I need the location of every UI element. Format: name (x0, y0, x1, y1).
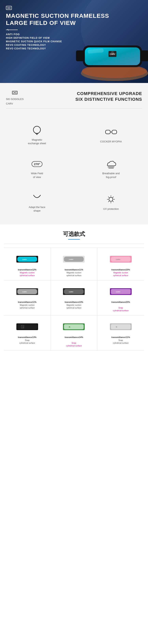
svg-text:N: N (116, 326, 117, 328)
product-type-0: Magnetic suction spherical surface (20, 272, 35, 277)
product-image-4: CARV (53, 284, 95, 299)
product-image-6: N (6, 319, 49, 334)
feature-label-face: Adapt the face shape (29, 206, 45, 212)
svg-point-11 (111, 51, 114, 54)
svg-text:CARV: CARV (69, 291, 73, 293)
svg-text:CARV: CARV (69, 258, 73, 260)
svg-text:CARV: CARV (116, 291, 120, 293)
product-image-7: N (53, 319, 95, 334)
product-transmittance-2: transmittance23% (112, 268, 130, 271)
svg-rect-46 (64, 289, 84, 294)
product-transmittance-5: transmittance23% (112, 301, 130, 303)
products-grid: CARV transmittance12% Magnetic suction s… (4, 248, 144, 351)
hero-section: MAGNETIC SUCTION FRAMELESS LARGE FIELD O… (0, 0, 148, 83)
product-type-5: Snap cylindrical surface (113, 304, 129, 312)
svg-point-24 (109, 197, 113, 201)
svg-rect-7 (76, 50, 85, 61)
product-type-2: Magnetic suction spherical surface (113, 272, 128, 277)
svg-line-29 (108, 197, 109, 198)
product-transmittance-6: transmittance13% (18, 336, 36, 338)
product-type-3: Magnetic suction spherical surface (20, 304, 35, 309)
product-transmittance-4: transmittance13% (65, 301, 83, 303)
svg-point-16 (33, 126, 40, 133)
svg-rect-18 (112, 130, 117, 134)
product-image-8: N (99, 319, 142, 334)
svg-rect-17 (105, 130, 110, 134)
styles-divider (4, 244, 144, 244)
product-image-5: CARV (99, 284, 142, 299)
features-section: Magnetic exchange sheet COCKER MYOPIA 27… (0, 116, 148, 224)
feature-label-fog: Breathable and fog-proof (102, 172, 120, 179)
upgrade-brand: CARV (6, 102, 24, 105)
fog-icon (105, 159, 117, 169)
hero-divider (6, 30, 18, 30)
product-item-5[interactable]: CARV transmittance23% Snap cylindrical s… (97, 280, 144, 316)
svg-rect-40 (111, 256, 131, 262)
upgrade-section: SKI GOGGLES CARV COMPREHENSIVE UPGRADE S… (0, 83, 148, 116)
product-item-7[interactable]: N transmittance14% Snap cylindrical surf… (51, 316, 98, 351)
feature-face: Adapt the face shape (0, 185, 74, 218)
feature-wide-field: 270° Wide Field of view (0, 151, 74, 185)
upgrade-title: COMPREHENSIVE UPGRADE SIX DISTINCTIVE FU… (27, 91, 142, 102)
svg-rect-8 (140, 50, 148, 61)
svg-rect-49 (111, 289, 131, 294)
svg-text:CARV: CARV (116, 258, 120, 260)
product-item-4[interactable]: CARV transmittance13% Magnetic suction s… (51, 280, 98, 316)
product-transmittance-3: transmittance11% (18, 301, 36, 303)
svg-rect-13 (13, 92, 14, 94)
product-item-2[interactable]: CARV transmittance23% Magnetic suction s… (97, 248, 144, 280)
feature-label-magnetic: Magnetic exchange sheet (28, 138, 46, 145)
feature-fog: Breathable and fog-proof (74, 151, 148, 185)
product-transmittance-0: transmittance12% (18, 268, 36, 271)
svg-rect-37 (64, 256, 84, 262)
product-transmittance-7: transmittance14% (65, 336, 83, 338)
svg-rect-59 (111, 324, 131, 329)
svg-line-31 (113, 197, 114, 198)
upgrade-product-type: SKI GOGGLES (6, 98, 24, 100)
svg-line-32 (108, 201, 109, 202)
product-item-1[interactable]: CARV transmittance11% Magnetic suction s… (51, 248, 98, 280)
product-transmittance-1: transmittance11% (65, 268, 83, 271)
svg-text:CARV: CARV (22, 258, 27, 260)
feature-label-myopia: COCKER MYOPIA (100, 140, 122, 144)
section-divider (6, 108, 142, 108)
hero-goggle-icon (6, 6, 12, 10)
feature-label-uv: UV protection (103, 207, 119, 211)
product-item-8[interactable]: N transmittance11% Snap cylindrical surf… (97, 316, 144, 351)
svg-rect-0 (7, 7, 8, 9)
svg-text:CARV: CARV (22, 291, 27, 293)
face-icon (31, 193, 43, 203)
product-image-2: CARV (99, 251, 142, 267)
svg-rect-1 (9, 7, 11, 9)
product-item-3[interactable]: CARV transmittance11% Magnetic suction s… (4, 280, 51, 316)
myopia-icon (105, 127, 117, 137)
svg-rect-56 (64, 324, 84, 329)
styles-section: 可选款式 CARV transmittance12% Magnetic suct… (0, 224, 148, 356)
svg-rect-43 (17, 289, 37, 294)
svg-rect-52 (17, 324, 37, 329)
product-image-3: CARV (6, 284, 49, 299)
magnetic-icon (31, 126, 43, 135)
product-type-7: Snap cylindrical surface (66, 339, 82, 347)
feature-myopia: COCKER MYOPIA (74, 118, 148, 151)
product-image-0: CARV (6, 251, 49, 267)
product-image-1: CARV (53, 251, 95, 267)
product-item-6[interactable]: N transmittance13% Snap cylindrical surf… (4, 316, 51, 351)
product-type-4: Magnetic suction spherical surface (66, 304, 82, 309)
svg-rect-14 (15, 92, 17, 94)
svg-rect-34 (17, 256, 37, 262)
styles-underline (68, 239, 80, 240)
product-transmittance-8: transmittance11% (112, 336, 130, 338)
styles-title: 可选款式 (4, 230, 144, 238)
product-type-8: Snap cylindrical surface (113, 339, 129, 344)
svg-text:N: N (22, 326, 24, 328)
upgrade-icon (12, 91, 17, 94)
product-item-0[interactable]: CARV transmittance12% Magnetic suction s… (4, 248, 51, 280)
wide-field-icon: 270° (31, 159, 43, 169)
uv-icon (105, 194, 117, 204)
270-badge: 270° (32, 161, 42, 167)
feature-magnetic: Magnetic exchange sheet (0, 118, 74, 151)
product-type-1: Magnetic suction spherical surface (66, 272, 82, 277)
hero-goggle-visual: CARV (65, 20, 148, 83)
product-type-6: Snap cylindrical surface (19, 339, 35, 344)
